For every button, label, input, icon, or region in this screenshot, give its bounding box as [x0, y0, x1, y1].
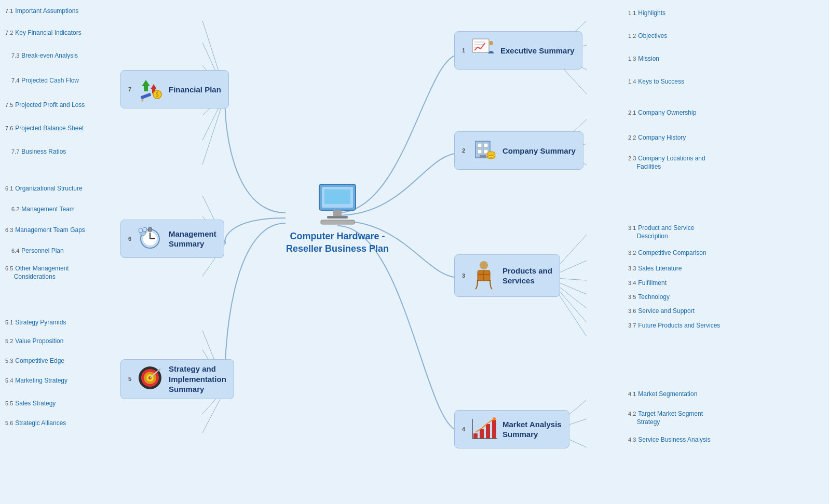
products-node: 3 Products andServices [454, 254, 560, 297]
sub-1-2: 1.2Objectives [628, 32, 667, 39]
strategy-number: 5 [128, 376, 137, 382]
svg-rect-61 [486, 424, 490, 439]
sub-5-5: 5.5Sales Strategy [5, 400, 56, 407]
exec-label: Executive Summary [500, 46, 575, 55]
company-icon [470, 136, 497, 165]
company-summary-node: 2 Company Summary [454, 131, 583, 170]
svg-rect-40 [321, 220, 355, 224]
sub-2-2: 2.2Company History [628, 134, 686, 141]
svg-rect-59 [473, 433, 478, 439]
sub-3-3: 3.3Sales Literature [628, 265, 682, 272]
market-label: Market AnalysisSummary [502, 419, 562, 440]
company-number: 2 [462, 147, 470, 154]
svg-rect-51 [480, 155, 486, 158]
mgmt-label: ManagementSummary [169, 229, 216, 249]
svg-point-76 [148, 227, 152, 231]
strategy-icon [137, 364, 164, 393]
exec-icon [470, 36, 495, 65]
sub-4-2: 4.2Target Market Segment Strategy [628, 410, 703, 426]
sub-7-2: 7.2Key Financial Indicators [5, 29, 81, 36]
mindmap-container: Computer Hardware - Reseller Business Pl… [0, 0, 829, 504]
svg-rect-47 [478, 143, 482, 147]
svg-rect-38 [333, 210, 342, 216]
computer-icon [311, 182, 363, 226]
sub-2-1: 2.1Company Ownership [628, 109, 696, 116]
sub-6-3: 6.3Management Team Gaps [5, 226, 85, 234]
sub-3-5: 3.5Technology [628, 293, 670, 301]
products-icon [470, 259, 497, 292]
management-node: 6 ManagementSummary [120, 220, 224, 258]
sub-7-6: 7.6Projected Balance Sheet [5, 125, 84, 132]
exec-number: 1 [462, 47, 470, 53]
market-icon [470, 415, 497, 444]
svg-rect-68 [141, 93, 152, 99]
svg-rect-37 [324, 189, 350, 204]
center-title: Computer Hardware - Reseller Business Pl… [286, 230, 389, 255]
sub-7-7: 7.7Business Ratios [5, 148, 66, 155]
strategy-node: 5 Strategy andImplementationSummary [120, 359, 234, 399]
company-label: Company Summary [502, 146, 576, 155]
sub-7-4: 7.4Projected Cash Flow [5, 77, 79, 84]
sub-7-1: 7.1Important Assumptions [5, 7, 78, 15]
sub-3-4: 3.4Fulfillment [628, 279, 667, 287]
sub-4-3: 4.3Service Business Analysis [628, 436, 711, 443]
financial-number: 7 [128, 86, 137, 92]
svg-point-79 [143, 227, 147, 231]
mgmt-number: 6 [128, 236, 137, 242]
strategy-label: Strategy andImplementationSummary [169, 364, 226, 394]
sub-3-7: 3.7Future Products and Services [628, 322, 720, 329]
svg-marker-69 [141, 99, 145, 102]
center-node: Computer Hardware - Reseller Business Pl… [286, 182, 389, 255]
sub-5-4: 5.4Marketing Strategy [5, 377, 67, 384]
sub-3-1: 3.1Product and Service Description [628, 224, 694, 240]
sub-5-1: 5.1Strategy Pyramids [5, 319, 66, 326]
sub-6-5: 6.5Other Management Considerations [5, 265, 69, 281]
svg-point-78 [139, 228, 143, 233]
products-label: Products andServices [502, 266, 552, 286]
sub-3-6: 3.6Service and Support [628, 307, 695, 315]
svg-rect-62 [492, 420, 496, 439]
sub-6-1: 6.1Organizational Structure [5, 185, 83, 192]
sub-1-3: 1.3Mission [628, 55, 659, 62]
sub-1-4: 1.4Keys to Success [628, 78, 684, 85]
sub-6-4: 6.4Personnel Plan [5, 247, 64, 254]
svg-text:$: $ [156, 92, 159, 98]
sub-5-2: 5.2Value Proposition [5, 337, 63, 345]
sub-1-1: 1.1Highlights [628, 9, 665, 17]
svg-point-65 [493, 417, 496, 420]
sub-5-3: 5.3Competitive Edge [5, 357, 64, 364]
svg-point-55 [480, 261, 488, 269]
svg-point-45 [489, 41, 493, 45]
market-number: 4 [462, 426, 470, 432]
sub-7-5: 7.5Projected Profit and Loss [5, 101, 85, 108]
sub-2-3: 2.3Company Locations and Facilities [628, 155, 705, 171]
financial-plan-node: 7 $ Financial Plan [120, 70, 229, 108]
mgmt-icon [137, 224, 164, 253]
market-analysis-node: 4 Market AnalysisSummary [454, 410, 569, 448]
financial-icon: $ [137, 75, 164, 104]
svg-rect-48 [484, 143, 488, 147]
exec-summary-node: 1 Executive Summary [454, 31, 582, 70]
sub-3-2: 3.2Competitive Comparison [628, 249, 706, 256]
sub-5-6: 5.6Strategic Alliances [5, 419, 66, 427]
sub-4-1: 4.1Market Segmentation [628, 390, 697, 398]
sub-7-3: 7.3Break-even Analysis [5, 52, 78, 59]
svg-rect-39 [327, 216, 348, 219]
sub-6-2: 6.2Management Team [5, 206, 75, 213]
svg-marker-66 [142, 80, 150, 91]
svg-rect-60 [480, 429, 484, 439]
financial-label: Financial Plan [169, 85, 221, 94]
svg-rect-49 [478, 149, 482, 154]
products-number: 3 [462, 273, 470, 279]
svg-point-54 [487, 152, 495, 156]
